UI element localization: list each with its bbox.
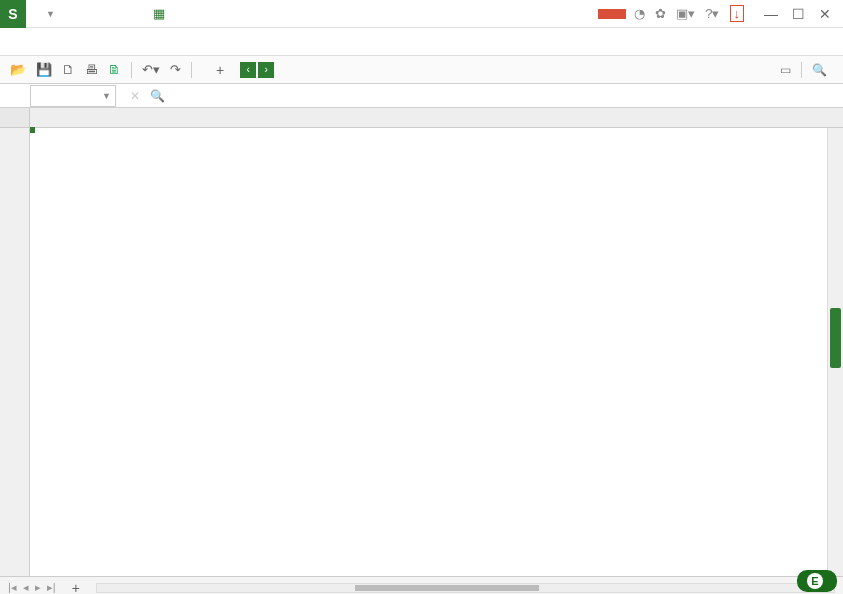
select-all-corner[interactable] bbox=[0, 108, 30, 128]
name-box-dropdown-icon[interactable]: ▼ bbox=[102, 91, 111, 101]
title-utility-icons: ◔ ✿ ▣▾ ?▾ ↓ bbox=[634, 5, 752, 22]
app-dropdown-icon[interactable]: ▼ bbox=[46, 9, 63, 19]
cell-selection bbox=[30, 128, 34, 132]
redo-icon[interactable]: ↷ bbox=[168, 62, 183, 77]
minimize-button[interactable]: — bbox=[764, 6, 778, 22]
close-button[interactable]: ✕ bbox=[819, 6, 831, 22]
row-headers bbox=[0, 108, 30, 576]
login-button[interactable] bbox=[598, 9, 626, 19]
scrollbar-thumb[interactable] bbox=[355, 585, 539, 591]
window-controls: — ☐ ✕ bbox=[752, 6, 843, 22]
sheet-prev-button[interactable]: ◂ bbox=[23, 581, 29, 594]
horizontal-scrollbar[interactable] bbox=[96, 583, 835, 593]
feedback-icon[interactable]: ↓ bbox=[730, 5, 745, 22]
toolbar: 📂 💾 🗋 🖶 🗎 ↶▾ ↷ + ‹ › ▭ 🔍 bbox=[0, 56, 843, 84]
print-icon[interactable]: 🖶 bbox=[83, 62, 100, 77]
tab-next-button[interactable]: › bbox=[258, 62, 274, 78]
help-icon[interactable]: ?▾ bbox=[705, 6, 719, 21]
maximize-button[interactable]: ☐ bbox=[792, 6, 805, 22]
sheet-last-button[interactable]: ▸| bbox=[47, 581, 56, 594]
column-headers bbox=[30, 108, 843, 128]
tab-prev-button[interactable]: ‹ bbox=[240, 62, 256, 78]
document-icon: ▦ bbox=[153, 6, 165, 21]
sheet-bar: |◂ ◂ ▸ ▸| + bbox=[0, 576, 843, 594]
app-logo-icon: S bbox=[0, 0, 26, 28]
collapse-ribbon-icon[interactable]: ▭ bbox=[780, 63, 791, 77]
formula-bar: ▼ ✕ 🔍 bbox=[0, 84, 843, 108]
title-bar: S ▼ ▦ ◔ ✿ ▣▾ ?▾ ↓ — ☐ ✕ bbox=[0, 0, 843, 28]
formula-input[interactable] bbox=[191, 84, 843, 107]
settings-icon[interactable]: ✿ bbox=[655, 6, 666, 21]
sheet-first-button[interactable]: |◂ bbox=[8, 581, 17, 594]
cancel-formula-icon[interactable]: ✕ bbox=[130, 89, 140, 103]
skin-icon[interactable]: ▣▾ bbox=[676, 6, 695, 21]
vertical-scrollbar[interactable] bbox=[827, 128, 843, 576]
watermark: E bbox=[797, 570, 837, 592]
spreadsheet-grid bbox=[0, 108, 843, 576]
open-icon[interactable]: 📂 bbox=[8, 62, 28, 77]
tab-nav: ‹ › bbox=[240, 62, 274, 78]
undo-icon[interactable]: ↶▾ bbox=[140, 62, 162, 77]
add-sheet-button[interactable]: + bbox=[64, 580, 88, 595]
save-icon[interactable]: 💾 bbox=[34, 62, 54, 77]
export-icon[interactable]: 🗎 bbox=[106, 62, 123, 77]
add-tab-button[interactable]: + bbox=[210, 62, 230, 78]
menu-bar bbox=[0, 28, 843, 56]
sync-icon[interactable]: ◔ bbox=[634, 6, 645, 21]
watermark-icon: E bbox=[807, 573, 823, 589]
sheet-next-button[interactable]: ▸ bbox=[35, 581, 41, 594]
search-icon[interactable]: 🔍 bbox=[812, 63, 827, 77]
scrollbar-thumb[interactable] bbox=[830, 308, 841, 368]
accept-formula-icon[interactable]: 🔍 bbox=[150, 89, 165, 103]
name-box[interactable]: ▼ bbox=[30, 85, 116, 107]
print-preview-icon[interactable]: 🗋 bbox=[60, 62, 77, 77]
